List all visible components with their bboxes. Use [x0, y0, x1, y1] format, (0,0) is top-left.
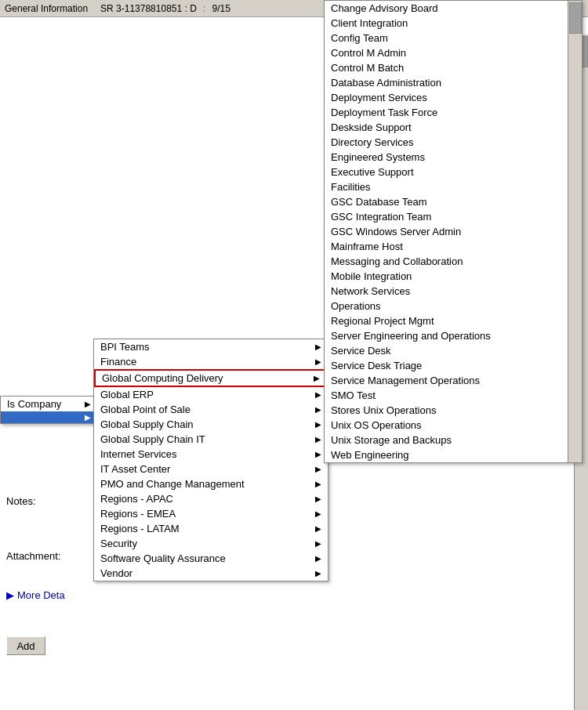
sub-menu-item-2[interactable]: Global Computing Delivery▶	[94, 369, 328, 387]
main-menu-item-1[interactable]: Client Integration	[325, 16, 568, 31]
submenu-arrow-icon: ▶	[315, 390, 321, 399]
submenu-arrow-icon: ▶	[315, 342, 321, 351]
top-bar-label2: SR 3-11378810851 : D	[100, 3, 197, 14]
submenu-arrow-icon: ▶	[85, 413, 91, 422]
submenu-arrow-icon: ▶	[315, 465, 321, 473]
add-button[interactable]: Add	[6, 636, 45, 655]
main-menu-item-7[interactable]: Deployment Task Force	[325, 105, 568, 120]
main-menu-item-25[interactable]: Service Management Operations	[325, 373, 568, 388]
main-menu-item-9[interactable]: Directory Services	[325, 135, 568, 150]
submenu-arrow-icon: ▶	[315, 435, 321, 444]
main-menu-item-17[interactable]: Messaging and Collaboration	[325, 254, 568, 269]
sub-dropdown[interactable]: BPI Teams▶Finance▶Global Computing Deliv…	[93, 339, 328, 581]
main-menu-item-14[interactable]: GSC Integration Team	[325, 209, 568, 224]
dropdown-scrollbar[interactable]	[568, 1, 582, 462]
top-bar-label3: 9/15	[212, 3, 230, 14]
sub-menu-item-6[interactable]: Global Supply Chain IT▶	[94, 432, 328, 447]
submenu-arrow-icon: ▶	[315, 569, 321, 578]
main-menu-item-26[interactable]: SMO Test	[325, 388, 568, 403]
submenu-arrow-icon: ▶	[315, 539, 321, 548]
attachment-label: Attachment:	[6, 550, 60, 562]
sub-menu-item-7[interactable]: Internet Services▶	[94, 447, 328, 462]
main-menu-item-6[interactable]: Deployment Services	[325, 90, 568, 105]
main-menu-item-23[interactable]: Service Desk	[325, 343, 568, 358]
main-menu-item-29[interactable]: Unix Storage and Backups	[325, 433, 568, 447]
main-menu-item-24[interactable]: Service Desk Triage	[325, 358, 568, 373]
sub-menu-item-11[interactable]: Regions - EMEA▶	[94, 506, 328, 521]
submenu-arrow-icon: ▶	[315, 405, 321, 414]
submenu-arrow-icon: ▶	[315, 524, 321, 533]
main-dropdown[interactable]: Change Advisory BoardClient IntegrationC…	[324, 0, 583, 463]
main-menu-item-4[interactable]: Control M Batch	[325, 60, 568, 75]
sub-menu-item-13[interactable]: Security▶	[94, 536, 328, 551]
parent-dropdown[interactable]: Is Company ▶ ▶	[0, 396, 98, 424]
sub-menu-item-12[interactable]: Regions - LATAM▶	[94, 521, 328, 536]
sub-menu-item-3[interactable]: Global ERP▶	[94, 387, 328, 402]
sub-menu-item-15[interactable]: Vendor▶	[94, 566, 328, 581]
dropdown-scrollbar-thumb[interactable]	[569, 2, 582, 34]
submenu-arrow-icon: ▶	[315, 450, 321, 458]
parent-item-iscompany[interactable]: Is Company ▶	[1, 397, 97, 411]
main-menu-item-10[interactable]: Engineered Systems	[325, 150, 568, 165]
main-menu-item-20[interactable]: Operations	[325, 299, 568, 313]
main-menu-item-30[interactable]: Web Engineering	[325, 447, 568, 462]
submenu-arrow-icon: ▶	[315, 480, 321, 488]
main-menu-item-28[interactable]: Unix OS Operations	[325, 418, 568, 433]
main-menu-item-5[interactable]: Database Administration	[325, 75, 568, 90]
main-menu-item-15[interactable]: GSC Windows Server Admin	[325, 224, 568, 239]
main-menu-item-19[interactable]: Network Services	[325, 284, 568, 299]
main-menu-item-8[interactable]: Deskside Support	[325, 120, 568, 135]
arrow-right-icon: ▶	[6, 589, 14, 601]
submenu-arrow-icon: ▶	[315, 554, 321, 563]
main-menu-item-21[interactable]: Regional Project Mgmt	[325, 313, 568, 328]
submenu-arrow-icon: ▶	[85, 400, 91, 408]
submenu-arrow-icon: ▶	[315, 494, 321, 503]
main-menu-item-11[interactable]: Executive Support	[325, 165, 568, 179]
main-menu-item-22[interactable]: Server Engineering and Operations	[325, 328, 568, 343]
sub-menu-item-10[interactable]: Regions - APAC▶	[94, 491, 328, 506]
main-menu-item-13[interactable]: GSC Database Team	[325, 194, 568, 209]
sub-menu-item-5[interactable]: Global Supply Chain▶	[94, 417, 328, 432]
main-menu-item-3[interactable]: Control M Admin	[325, 45, 568, 60]
sub-menu-item-8[interactable]: IT Asset Center▶	[94, 462, 328, 476]
more-details-link[interactable]: ▶ More Deta	[6, 589, 65, 601]
submenu-arrow-icon: ▶	[315, 420, 321, 429]
sub-menu-item-0[interactable]: BPI Teams▶	[94, 339, 328, 354]
main-menu-item-16[interactable]: Mainframe Host	[325, 239, 568, 254]
submenu-arrow-icon: ▶	[315, 509, 321, 518]
sub-menu-item-14[interactable]: Software Quality Assurance▶	[94, 551, 328, 566]
sub-menu-item-9[interactable]: PMO and Change Management▶	[94, 476, 328, 491]
sub-menu-item-1[interactable]: Finance▶	[94, 354, 328, 369]
main-menu-item-18[interactable]: Mobile Integration	[325, 269, 568, 284]
submenu-arrow-icon: ▶	[314, 374, 320, 382]
notes-label: Notes:	[6, 495, 36, 507]
top-bar-label1: General Information	[5, 3, 88, 14]
main-menu-item-0[interactable]: Change Advisory Board	[325, 1, 568, 16]
main-menu-item-27[interactable]: Stores Unix Operations	[325, 403, 568, 418]
submenu-arrow-icon: ▶	[315, 357, 321, 366]
main-menu-item-12[interactable]: Facilities	[325, 179, 568, 194]
main-menu-item-2[interactable]: Config Team	[325, 31, 568, 45]
sub-menu-item-4[interactable]: Global Point of Sale▶	[94, 402, 328, 417]
parent-item-active[interactable]: ▶	[1, 411, 97, 423]
